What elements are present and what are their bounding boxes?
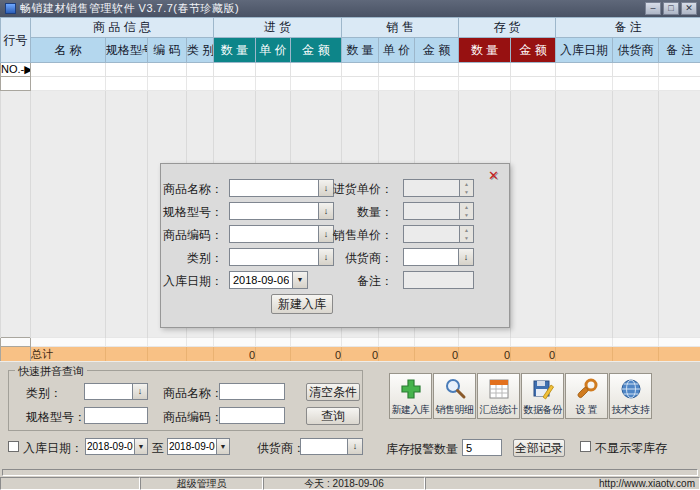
grid-cell[interactable] bbox=[415, 63, 459, 77]
stock-alert-label: 库存报警数量： bbox=[386, 441, 470, 458]
column-header-code[interactable]: 编 码 bbox=[148, 38, 187, 63]
grid-cell[interactable] bbox=[379, 63, 415, 77]
status-url[interactable]: http://www.xiaotv.com bbox=[425, 477, 700, 490]
column-header-sales-price[interactable]: 单 价 bbox=[379, 38, 415, 63]
purchase-price-spinner[interactable]: ▲▼ bbox=[403, 179, 474, 197]
column-header-sales-amount[interactable]: 金 额 bbox=[415, 38, 459, 63]
group-header-sales: 销 售 bbox=[342, 18, 459, 38]
date-from-input[interactable] bbox=[85, 438, 135, 455]
column-header-category[interactable]: 类 别 bbox=[187, 38, 214, 63]
search-code-field[interactable] bbox=[219, 407, 285, 424]
bottom-supplier-combo[interactable]: ↓ bbox=[300, 438, 363, 455]
column-header-note[interactable]: 备 注 bbox=[659, 38, 700, 63]
maximize-button[interactable]: □ bbox=[663, 2, 679, 15]
column-header-purchase-price[interactable]: 单 价 bbox=[256, 38, 291, 63]
grid-cell[interactable] bbox=[148, 63, 187, 77]
tech-support-toolbutton[interactable]: 技术支持 bbox=[609, 373, 652, 419]
date-to-picker[interactable]: ▼ bbox=[167, 438, 230, 455]
grid-cell[interactable] bbox=[613, 63, 659, 77]
combo-arrow-icon[interactable]: ↓ bbox=[459, 248, 474, 266]
sale-price-input[interactable] bbox=[403, 225, 460, 243]
sale-price-spinner[interactable]: ▲▼ bbox=[403, 225, 474, 243]
quantity-input[interactable] bbox=[403, 202, 460, 220]
spin-up-icon[interactable]: ▲ bbox=[460, 226, 473, 234]
grid-cell[interactable] bbox=[256, 63, 291, 77]
search-spec-field[interactable] bbox=[84, 407, 148, 424]
group-header-stock: 存 货 bbox=[459, 18, 556, 38]
grid-cell[interactable] bbox=[659, 63, 700, 77]
column-header-supplier[interactable]: 供货商 bbox=[613, 38, 659, 63]
search-name-input[interactable] bbox=[219, 383, 285, 400]
grid-cell bbox=[511, 77, 556, 91]
grid-cell bbox=[342, 77, 379, 91]
new-stock-toolbutton[interactable]: 新建入库 bbox=[389, 373, 432, 419]
grid-cell bbox=[187, 338, 214, 347]
column-header-sales-qty[interactable]: 数 量 bbox=[342, 38, 379, 63]
supplier-input[interactable] bbox=[403, 248, 459, 266]
search-code-input[interactable] bbox=[219, 407, 285, 424]
toolbutton-label: 新建入库 bbox=[392, 403, 430, 417]
date-to-input[interactable] bbox=[167, 438, 217, 455]
spin-down-icon[interactable]: ▼ bbox=[460, 234, 473, 242]
status-user: 超级管理员 bbox=[140, 477, 263, 490]
spin-down-icon[interactable]: ▼ bbox=[460, 188, 473, 196]
row-marker: NO.-▶ bbox=[1, 63, 31, 77]
bottom-supplier-input[interactable] bbox=[300, 438, 348, 455]
all-records-button[interactable]: 全部记录 bbox=[513, 439, 565, 457]
quantity-spinner[interactable]: ▲▼ bbox=[403, 202, 474, 220]
stock-date-picker[interactable]: ▼ bbox=[229, 271, 308, 289]
query-button[interactable]: 查询 bbox=[306, 407, 360, 425]
stock-alert-field[interactable] bbox=[462, 439, 502, 456]
grid-cell[interactable] bbox=[556, 63, 613, 77]
grid-cell[interactable] bbox=[106, 63, 148, 77]
spin-down-icon[interactable]: ▼ bbox=[460, 211, 473, 219]
search-category-combo[interactable]: ↓ bbox=[84, 383, 148, 400]
combo-arrow-icon[interactable]: ↓ bbox=[348, 438, 363, 455]
grid-cell[interactable] bbox=[511, 63, 556, 77]
spin-up-icon[interactable]: ▲ bbox=[460, 203, 473, 211]
hide-zero-stock-checkbox[interactable] bbox=[580, 441, 591, 452]
spinner-buttons[interactable]: ▲▼ bbox=[460, 179, 474, 197]
stock-date-input[interactable] bbox=[229, 271, 293, 289]
grid-cell[interactable] bbox=[187, 63, 214, 77]
grid-cell[interactable] bbox=[291, 63, 342, 77]
date-filter-checkbox[interactable] bbox=[8, 441, 19, 452]
spin-up-icon[interactable]: ▲ bbox=[460, 180, 473, 188]
search-category-input[interactable] bbox=[84, 383, 133, 400]
purchase-price-input[interactable] bbox=[403, 179, 460, 197]
spinner-buttons[interactable]: ▲▼ bbox=[460, 202, 474, 220]
summary-stats-toolbutton[interactable]: 汇总统计 bbox=[477, 373, 520, 419]
search-name-field[interactable] bbox=[219, 383, 285, 400]
close-button[interactable]: ✕ bbox=[681, 2, 697, 15]
grid-cell[interactable] bbox=[342, 63, 379, 77]
note-input[interactable] bbox=[403, 271, 474, 289]
app-icon bbox=[5, 3, 16, 14]
date-from-picker[interactable]: ▼ bbox=[85, 438, 148, 455]
column-header-stock-date[interactable]: 入库日期 bbox=[556, 38, 613, 63]
backup-icon bbox=[531, 375, 555, 403]
dropdown-icon[interactable]: ▼ bbox=[135, 438, 148, 455]
create-stock-button[interactable]: 新建入库 bbox=[271, 294, 333, 314]
dropdown-icon[interactable]: ▼ bbox=[217, 438, 230, 455]
supplier-combo[interactable]: ↓ bbox=[403, 248, 474, 266]
dialog-close-icon[interactable]: ✕ bbox=[488, 168, 499, 183]
sales-detail-toolbutton[interactable]: 销售明细 bbox=[433, 373, 476, 419]
column-header-stock-amount[interactable]: 金 额 bbox=[511, 38, 556, 63]
note-field[interactable] bbox=[403, 271, 474, 289]
column-header-purchase-qty[interactable]: 数 量 bbox=[214, 38, 256, 63]
column-header-stock-qty[interactable]: 数 量 bbox=[459, 38, 511, 63]
search-spec-input[interactable] bbox=[84, 407, 148, 424]
settings-toolbutton[interactable]: 设 置 bbox=[565, 373, 608, 419]
column-header-name[interactable]: 名 称 bbox=[31, 38, 106, 63]
grid-cell[interactable] bbox=[31, 63, 106, 77]
data-backup-toolbutton[interactable]: 数据备份 bbox=[521, 373, 564, 419]
grid-cell[interactable] bbox=[459, 63, 511, 77]
column-header-spec[interactable]: 规格型号▼ bbox=[106, 38, 148, 63]
column-header-purchase-amount[interactable]: 金 额 bbox=[291, 38, 342, 63]
spinner-buttons[interactable]: ▲▼ bbox=[460, 225, 474, 243]
minimize-button[interactable]: – bbox=[645, 2, 661, 15]
grid-cell[interactable] bbox=[214, 63, 256, 77]
stock-alert-input[interactable] bbox=[462, 439, 502, 456]
clear-filters-button[interactable]: 清空条件 bbox=[306, 383, 360, 401]
combo-arrow-icon[interactable]: ↓ bbox=[133, 383, 148, 400]
